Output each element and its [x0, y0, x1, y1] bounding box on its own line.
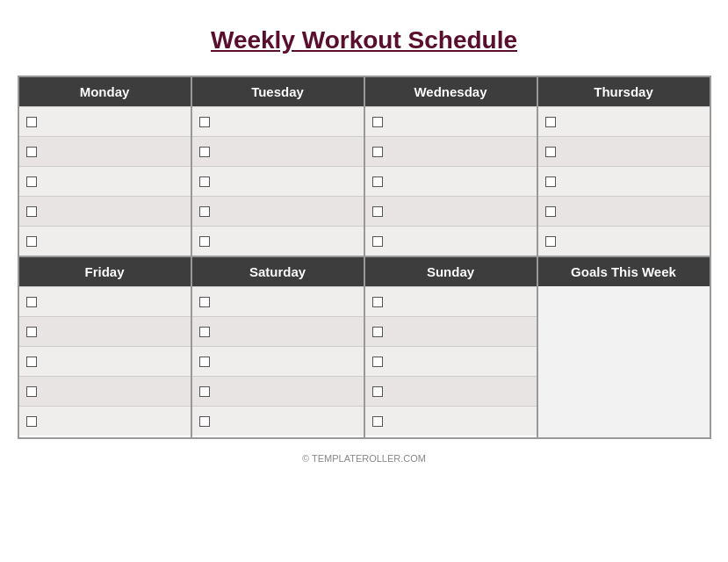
- day-section-tuesday: Tuesday: [191, 76, 364, 256]
- checkbox-icon[interactable]: [372, 386, 383, 397]
- list-item: [192, 286, 364, 316]
- list-item: [19, 136, 191, 166]
- checkbox-icon[interactable]: [372, 147, 383, 157]
- list-item: [19, 166, 191, 196]
- list-item: [192, 316, 364, 346]
- list-item: [365, 136, 537, 166]
- checkbox-icon[interactable]: [372, 236, 383, 247]
- list-item: [19, 316, 191, 346]
- checkbox-icon[interactable]: [199, 236, 210, 247]
- list-item: [365, 346, 537, 376]
- day-rows-saturday: [192, 286, 364, 436]
- list-item: [19, 286, 191, 316]
- checkbox-icon[interactable]: [199, 386, 210, 397]
- checkbox-icon[interactable]: [545, 117, 556, 127]
- day-section-saturday: Saturday: [191, 256, 364, 438]
- checkbox-icon[interactable]: [372, 206, 383, 217]
- page-title: Weekly Workout Schedule: [211, 26, 517, 54]
- checkbox-icon[interactable]: [372, 177, 383, 187]
- checkbox-icon[interactable]: [26, 236, 37, 247]
- day-section-thursday: Thursday: [537, 76, 710, 256]
- day-header-sunday: Sunday: [365, 257, 537, 286]
- list-item: [365, 406, 537, 436]
- checkbox-icon[interactable]: [545, 147, 556, 157]
- checkbox-icon[interactable]: [26, 177, 37, 187]
- list-item: [365, 376, 537, 406]
- list-item: [192, 196, 364, 226]
- list-item: [365, 106, 537, 136]
- checkbox-icon[interactable]: [26, 386, 37, 397]
- list-item: [365, 196, 537, 226]
- checkbox-icon[interactable]: [26, 327, 37, 337]
- checkbox-icon[interactable]: [545, 236, 556, 247]
- checkbox-icon[interactable]: [26, 147, 37, 157]
- checkbox-icon[interactable]: [26, 206, 37, 217]
- checkbox-icon[interactable]: [545, 206, 556, 217]
- day-rows-friday: [19, 286, 191, 436]
- schedule-grid: Monday Tuesday Wednesday Thursda: [18, 76, 711, 439]
- checkbox-icon[interactable]: [199, 297, 210, 307]
- list-item: [192, 346, 364, 376]
- day-header-saturday: Saturday: [192, 257, 364, 286]
- footer-text: © TEMPLATEROLLER.COM: [18, 453, 710, 464]
- list-item: [19, 376, 191, 406]
- list-item: [365, 316, 537, 346]
- list-item: [192, 106, 364, 136]
- checkbox-icon[interactable]: [199, 147, 210, 157]
- list-item: [19, 226, 191, 256]
- list-item: [192, 226, 364, 256]
- goals-body[interactable]: [538, 286, 710, 437]
- day-rows-monday: [19, 106, 191, 256]
- day-rows-thursday: [538, 106, 710, 256]
- day-section-wednesday: Wednesday: [364, 76, 537, 256]
- list-item: [192, 166, 364, 196]
- day-section-monday: Monday: [18, 76, 191, 256]
- day-header-monday: Monday: [19, 77, 191, 106]
- list-item: [192, 136, 364, 166]
- checkbox-icon[interactable]: [372, 297, 383, 307]
- list-item: [192, 376, 364, 406]
- list-item: [365, 286, 537, 316]
- list-item: [365, 166, 537, 196]
- list-item: [19, 106, 191, 136]
- checkbox-icon[interactable]: [199, 177, 210, 187]
- list-item: [538, 136, 710, 166]
- day-header-tuesday: Tuesday: [192, 77, 364, 106]
- checkbox-icon[interactable]: [26, 297, 37, 307]
- list-item: [538, 106, 710, 136]
- day-rows-sunday: [365, 286, 537, 436]
- checkbox-icon[interactable]: [199, 206, 210, 217]
- day-header-thursday: Thursday: [538, 77, 710, 106]
- checkbox-icon[interactable]: [372, 416, 383, 427]
- checkbox-icon[interactable]: [199, 357, 210, 367]
- goals-header: Goals This Week: [538, 257, 710, 286]
- list-item: [538, 226, 710, 256]
- day-rows-wednesday: [365, 106, 537, 256]
- list-item: [19, 406, 191, 436]
- checkbox-icon[interactable]: [199, 416, 210, 427]
- checkbox-icon[interactable]: [372, 327, 383, 337]
- day-header-friday: Friday: [19, 257, 191, 286]
- list-item: [538, 166, 710, 196]
- checkbox-icon[interactable]: [26, 416, 37, 427]
- checkbox-icon[interactable]: [199, 327, 210, 337]
- list-item: [538, 196, 710, 226]
- list-item: [365, 226, 537, 256]
- goals-section: Goals This Week: [537, 256, 710, 438]
- list-item: [192, 406, 364, 436]
- checkbox-icon[interactable]: [372, 117, 383, 127]
- list-item: [19, 196, 191, 226]
- day-section-sunday: Sunday: [364, 256, 537, 438]
- checkbox-icon[interactable]: [26, 117, 37, 127]
- checkbox-icon[interactable]: [26, 357, 37, 367]
- day-rows-tuesday: [192, 106, 364, 256]
- list-item: [19, 346, 191, 376]
- day-header-wednesday: Wednesday: [365, 77, 537, 106]
- day-section-friday: Friday: [18, 256, 191, 438]
- checkbox-icon[interactable]: [372, 357, 383, 367]
- checkbox-icon[interactable]: [545, 177, 556, 187]
- checkbox-icon[interactable]: [199, 117, 210, 127]
